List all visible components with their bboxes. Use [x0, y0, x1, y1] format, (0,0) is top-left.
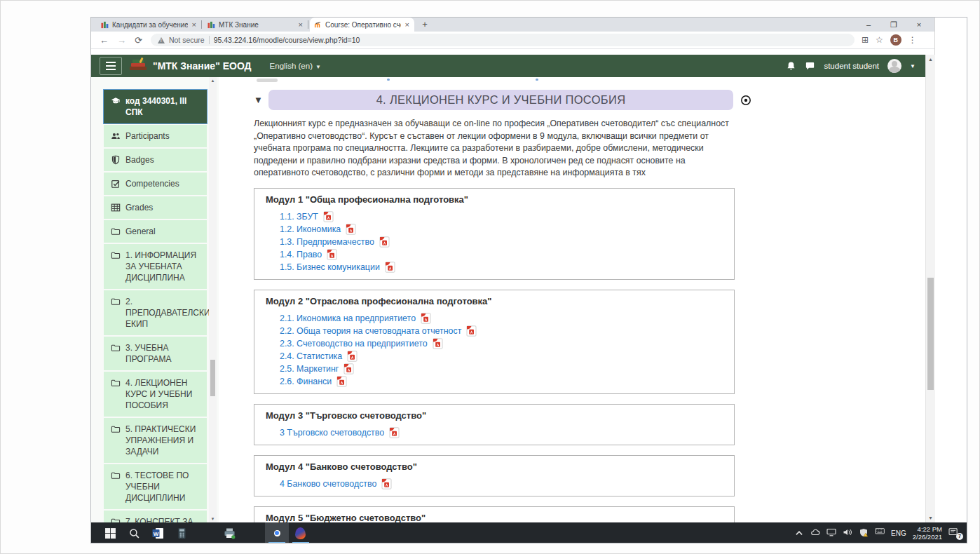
sidebar-item[interactable]: General — [104, 220, 207, 243]
moodle-header: "МТК Знание" ЕООД English (en)▼ student … — [91, 55, 925, 77]
minimize-button[interactable]: – — [856, 18, 881, 32]
volume-icon[interactable] — [843, 528, 852, 538]
browser-profile-avatar[interactable]: B — [890, 34, 901, 46]
lecture-link[interactable]: 2.6. Финанси — [280, 377, 332, 386]
taskbar-firefox-button[interactable] — [193, 522, 217, 543]
sidebar-item[interactable]: Participants — [104, 125, 207, 147]
language-menu[interactable]: English (en)▼ — [270, 62, 321, 70]
window-controls: – ❐ × — [856, 18, 932, 32]
lecture-link[interactable]: 2.3. Счетоводство на предприятието — [280, 339, 428, 349]
browser-menu-icon[interactable]: ⋮ — [908, 35, 917, 45]
restore-button[interactable]: ❐ — [881, 18, 906, 32]
sidebar-item[interactable]: 4. ЛЕКЦИОНЕН КУРС И УЧЕБНИ ПОСОБИЯ — [104, 372, 207, 417]
messages-chat-icon[interactable] — [805, 61, 815, 72]
not-secure-warning-icon[interactable] — [158, 37, 165, 43]
sidebar-item[interactable]: код 3440301, III СПК — [104, 90, 207, 123]
hamburger-menu-icon[interactable] — [100, 57, 122, 75]
site-logo-icon[interactable] — [129, 58, 147, 74]
lecture-link[interactable]: 4 Банково счетоводство — [280, 479, 376, 489]
drawer-scrollbar-thumb[interactable] — [210, 360, 215, 396]
taskbar-calculator-button[interactable] — [170, 522, 193, 543]
browser-tab[interactable]: Course: Оперативно счетоводст× — [310, 18, 414, 32]
taskbar-edge-button[interactable] — [241, 522, 265, 543]
page-scrollbar[interactable]: ▲ ▼ — [925, 55, 935, 522]
moodle-logo-icon — [314, 21, 322, 29]
lecture-link[interactable]: 1.1. ЗБУТ — [280, 212, 318, 222]
sidebar-item[interactable]: Badges — [104, 149, 207, 171]
close-button[interactable]: × — [906, 18, 932, 32]
chevron-up-icon[interactable] — [794, 528, 804, 538]
scroll-down-icon[interactable]: ▼ — [926, 515, 935, 520]
sidebar-item[interactable]: 6. ТЕСТОВЕ ПО УЧЕБНИ ДИСЦИПЛИНИ — [104, 464, 207, 509]
tab-title: Кандидати за обучение — [112, 21, 188, 29]
scroll-up-icon[interactable]: ▲ — [926, 57, 935, 62]
reload-icon[interactable]: ⟳ — [135, 35, 142, 46]
user-avatar[interactable] — [887, 59, 901, 73]
lecture-link[interactable]: 1.2. Икономика — [280, 224, 341, 234]
url-text[interactable]: 95.43.224.16/moodle/course/view.php?id=1… — [214, 36, 360, 44]
extension-grid-icon[interactable]: ⊞ — [862, 35, 869, 45]
notifications-bell-icon[interactable] — [786, 61, 796, 72]
sidebar-item[interactable]: 3. УЧЕБНА ПРОГРАМА — [104, 337, 207, 370]
sidebar-item[interactable]: 5. ПРАКТИЧЕСКИ УПРАЖНЕНИЯ И ЗАДАЧИ — [104, 418, 207, 463]
lecture-link[interactable]: 1.4. Право — [280, 250, 322, 259]
tab-strip: Кандидати за обучение×МТК Знание×Course:… — [91, 18, 934, 32]
start-icon — [104, 527, 116, 539]
page-scrollbar-thumb[interactable] — [927, 278, 934, 390]
user-menu-caret-icon[interactable]: ▼ — [910, 63, 916, 69]
sidebar-item-label: General — [125, 226, 156, 237]
browser-tab[interactable]: МТК Знание× — [203, 18, 308, 32]
windows-taskbar: W ENG 4:22 PM 2/26/2021 7 — [91, 522, 967, 543]
taskbar-printer-button[interactable] — [217, 522, 241, 543]
tray-language[interactable]: ENG — [891, 529, 906, 537]
address-bar[interactable]: Not secure 95.43.224.16/moodle/course/vi… — [151, 34, 855, 46]
browser-tab[interactable]: Кандидати за обучение× — [97, 18, 201, 32]
keyboard-icon[interactable] — [875, 528, 885, 538]
tab-close-icon[interactable]: × — [191, 21, 197, 29]
back-icon[interactable]: ← — [100, 35, 109, 46]
lecture-link[interactable]: 1.3. Предприемачество — [280, 237, 374, 247]
tab-close-icon[interactable]: × — [298, 21, 304, 29]
lecture-link[interactable]: 2.2. Обща теория на счетоводната отчетно… — [280, 326, 461, 336]
sidebar-item[interactable]: 1. ИНФОРМАЦИЯ ЗА УЧЕБНАТА ДИСЦИПЛИНА — [104, 244, 207, 289]
module-box: Модул 3 "Търговско счетоводство"3 Търгов… — [254, 404, 735, 445]
lecture-link[interactable]: 3 Търговско счетоводство — [280, 428, 384, 438]
tray-clock[interactable]: 4:22 PM 2/26/2021 — [913, 525, 942, 541]
action-center-icon[interactable]: 7 — [948, 528, 960, 538]
taskbar-word-button[interactable]: W — [146, 522, 170, 543]
drawer-scrollbar[interactable]: ▲ ▼ — [209, 77, 217, 522]
network-icon[interactable] — [826, 528, 836, 538]
sidebar-item[interactable]: Competencies — [104, 173, 207, 195]
lecture-link[interactable]: 2.4. Статистика — [280, 351, 342, 361]
sidebar-item[interactable]: 7. КОНСПЕКТ ЗА ИЗПИТ — [104, 511, 207, 522]
sidebar-item-label: 3. УЧЕБНА ПРОГРАМА — [125, 342, 201, 365]
chevron-down-icon: ▼ — [315, 64, 321, 70]
new-tab-button[interactable]: + — [419, 19, 430, 30]
lecture-link[interactable]: 2.1. Икономика на предприятието — [280, 313, 416, 323]
scroll-up-icon[interactable]: ▲ — [209, 79, 217, 83]
sidebar-item[interactable]: Grades — [104, 196, 207, 219]
lecture-link[interactable]: 1.5. Бизнес комуникации — [280, 262, 380, 272]
calculator-icon — [176, 527, 188, 539]
scroll-down-icon[interactable]: ▼ — [209, 517, 217, 521]
taskbar-search-button[interactable] — [122, 522, 146, 543]
user-name[interactable]: student student — [824, 62, 879, 70]
sidebar-item[interactable]: 2. ПРЕПОДАВАТЕЛСКИ ЕКИП — [104, 290, 207, 335]
tab-close-icon[interactable]: × — [404, 21, 410, 29]
section-collapse-icon[interactable]: ▼ — [254, 95, 265, 106]
taskbar-chrome-button[interactable] — [265, 522, 289, 543]
defender-icon[interactable] — [859, 528, 869, 538]
tray-date: 2/26/2021 — [913, 533, 942, 541]
taskbar-flame-browser-button[interactable] — [289, 522, 313, 543]
nav-drawer: код 3440301, III СПКParticipantsBadgesCo… — [91, 77, 219, 522]
module-link-row: 2.5. Маркетинг — [280, 362, 723, 374]
taskbar-start-button[interactable] — [98, 522, 122, 543]
lecture-link[interactable]: 2.5. Маркетинг — [280, 364, 339, 374]
pdf-file-icon — [336, 376, 347, 387]
bookmark-star-icon[interactable]: ☆ — [876, 35, 883, 45]
section-description: Лекционният курс е предназначен за обуча… — [254, 118, 736, 180]
sidebar-item-label: код 3440301, III СПК — [125, 95, 201, 118]
onedrive-icon[interactable] — [810, 528, 820, 538]
module-link-row: 4 Банково счетоводство — [280, 477, 723, 489]
bookmarks-strip — [91, 49, 934, 55]
